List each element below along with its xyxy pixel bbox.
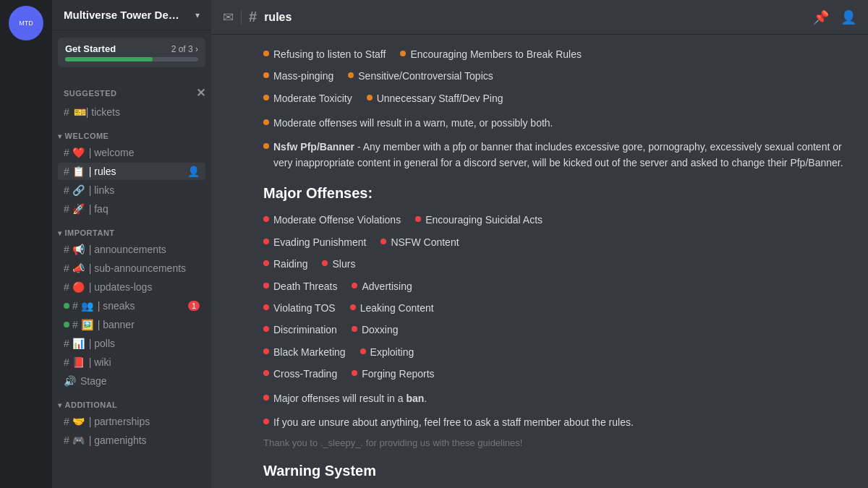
bullet-icon — [263, 95, 269, 100]
server-list-sidebar: MTD — [0, 0, 52, 488]
rule-item-sensitive: Sensitive/Controversial Topics — [348, 68, 493, 84]
channel-item-sneaks[interactable]: # 👥 | sneaks 1 — [58, 297, 205, 314]
sneaks-badge: 1 — [188, 301, 200, 311]
channel-item-faq[interactable]: # 🚀 | faq — [58, 200, 205, 218]
announcements-icon: # 📢 — [64, 244, 85, 255]
rule-text-encouraging: Encouraging Members to Break Rules — [410, 46, 582, 62]
rule-text-mass-pinging: Mass-pinging — [273, 68, 333, 84]
polls-icon: # 📊 — [64, 338, 85, 349]
category-important-label: IMPORTANT — [65, 228, 115, 237]
channel-item-links[interactable]: # 🔗 | links — [58, 181, 205, 199]
rules-icon: # 📋 — [64, 166, 85, 177]
channel-item-wiki[interactable]: # 📕 | wiki — [58, 354, 205, 371]
major-offense-row: RaidingSlurs — [263, 256, 856, 273]
thank-you-text: Thank you to ._sleepy_. for providing us… — [263, 437, 856, 448]
unsure-note-text: If you are unsure about anything, feel f… — [273, 414, 634, 430]
online-indicator — [64, 303, 69, 309]
bullet-icon — [360, 348, 366, 354]
channel-item-stage[interactable]: 🔊 Stage — [58, 372, 205, 390]
bullet-icon — [400, 51, 406, 56]
partnerships-icon: # 🤝 — [64, 416, 85, 427]
bullet-icon — [322, 260, 328, 266]
top-bar-right: 📌 👤 — [813, 9, 856, 25]
rule-text: Leaking Content — [360, 300, 434, 316]
category-chevron-icon-additional: ▾ — [58, 401, 62, 409]
channel-item-welcome[interactable]: # ❤️ | welcome — [58, 144, 205, 161]
pin-icon[interactable]: 📌 — [813, 9, 829, 25]
rule-item-encouraging: Encouraging Members to Break Rules — [400, 46, 582, 62]
rule-item: Discrimination — [263, 322, 337, 338]
rule-item: Doxxing — [352, 322, 399, 338]
rule-item: Encouraging Suicidal Acts — [415, 212, 542, 228]
rule-item: Death Threats — [263, 278, 337, 294]
channel-item-polls[interactable]: # 📊 | polls — [58, 335, 205, 352]
minor-row-3: Moderate Toxicity Unnecessary Staff/Dev … — [263, 90, 856, 108]
rule-item: Leaking Content — [350, 300, 434, 316]
rule-text-refusing: Refusing to listen to Staff — [273, 46, 386, 62]
category-important[interactable]: ▾ IMPORTANT — [52, 218, 211, 240]
channel-item-sub-announcements[interactable]: # 📣 | sub-announcements — [58, 260, 205, 277]
major-rows-container: Moderate Offense ViolationsEncouraging S… — [263, 212, 856, 383]
channel-name-wiki: | wiki — [89, 356, 200, 368]
channel-hash-icon: # — [249, 9, 257, 25]
main-area: ✉ # rules 📌 👤 Refusing to listen to Staf… — [211, 0, 868, 488]
get-started-label: Get Started — [65, 43, 116, 54]
nsfw-note: Nsfw Pfp/Banner - Any member with a pfp … — [263, 139, 856, 171]
nsfw-note-text: Nsfw Pfp/Banner - Any member with a pfp … — [273, 139, 856, 171]
category-additional[interactable]: ▾ ADDITIONAL — [52, 390, 211, 412]
rule-text: Doxxing — [362, 322, 399, 338]
content-area: Refusing to listen to Staff Encouraging … — [211, 35, 868, 488]
bullet-icon — [263, 348, 269, 354]
rule-item: Evading Punishment — [263, 234, 366, 250]
inbox-icon[interactable]: ✉ — [223, 9, 234, 25]
channel-item-banner[interactable]: # 🖼️ | banner — [58, 316, 205, 333]
bullet-icon — [352, 283, 357, 288]
channel-sidebar: Multiverse Tower Def... ▾ Get Started 2 … — [52, 0, 211, 488]
get-started-box: Get Started 2 of 3 › — [58, 38, 205, 67]
bullet-icon — [415, 216, 421, 222]
bullet-icon — [263, 419, 269, 424]
category-welcome[interactable]: ▾ WELCOME — [52, 121, 211, 143]
bullet-icon — [263, 239, 269, 244]
hash-icon: # ❤️ — [64, 147, 85, 158]
server-header[interactable]: Multiverse Tower Def... ▾ — [52, 0, 211, 30]
get-started-header: Get Started 2 of 3 › — [65, 43, 198, 54]
category-welcome-label: WELCOME — [65, 132, 109, 140]
channel-item-partnerships[interactable]: # 🤝 | partnerships — [58, 413, 205, 430]
channel-item-announcements[interactable]: # 📢 | announcements — [58, 241, 205, 258]
progress-bar-background — [65, 57, 198, 61]
channel-name-polls: | polls — [89, 338, 200, 349]
channel-item-rules[interactable]: # 📋 | rules 👤 — [58, 163, 205, 180]
channel-item-gamenights[interactable]: # 🎮 | gamenights — [58, 432, 205, 449]
rule-text: Moderate Offense Violations — [273, 212, 401, 228]
hash-icon: # — [64, 106, 69, 118]
server-icon[interactable]: MTD — [9, 6, 43, 40]
rule-item: Exploiting — [360, 344, 414, 360]
suggested-close-icon[interactable]: ✕ — [196, 86, 206, 100]
channel-name-faq: | faq — [89, 203, 200, 215]
manage-icon[interactable]: 👤 — [187, 166, 200, 177]
channel-item-tickets[interactable]: # 🎫 | tickets — [58, 103, 205, 121]
channel-name-welcome: | welcome — [89, 147, 200, 158]
rule-text: Violating TOS — [273, 300, 336, 316]
channel-title: rules — [264, 11, 292, 24]
rule-item: Slurs — [322, 256, 355, 272]
bullet-icon — [263, 370, 269, 376]
chevron-down-icon: ▾ — [195, 10, 200, 20]
category-chevron-icon: ▾ — [58, 132, 62, 140]
major-offense-row: Evading PunishmentNSFW Content — [263, 234, 856, 252]
warning-system-heading: Warning System — [263, 463, 856, 479]
top-bar-left: ✉ # rules — [223, 9, 292, 25]
member-list-icon[interactable]: 👤 — [841, 9, 856, 25]
major-offense-row: Violating TOSLeaking Content — [263, 300, 856, 317]
channel-item-updates-logs[interactable]: # 🔴 | updates-logs — [58, 278, 205, 296]
channel-name-banner: | banner — [98, 319, 200, 330]
bullet-icon — [263, 216, 269, 222]
top-bar: ✉ # rules 📌 👤 — [211, 0, 868, 35]
channel-name-rules: | rules — [89, 166, 187, 177]
online-indicator-banner — [64, 322, 69, 328]
bullet-icon — [263, 51, 269, 56]
bullet-icon — [263, 283, 269, 288]
progress-bar-fill — [65, 57, 153, 61]
rule-text-unnecessary-ping: Unnecessary Staff/Dev Ping — [377, 90, 503, 106]
